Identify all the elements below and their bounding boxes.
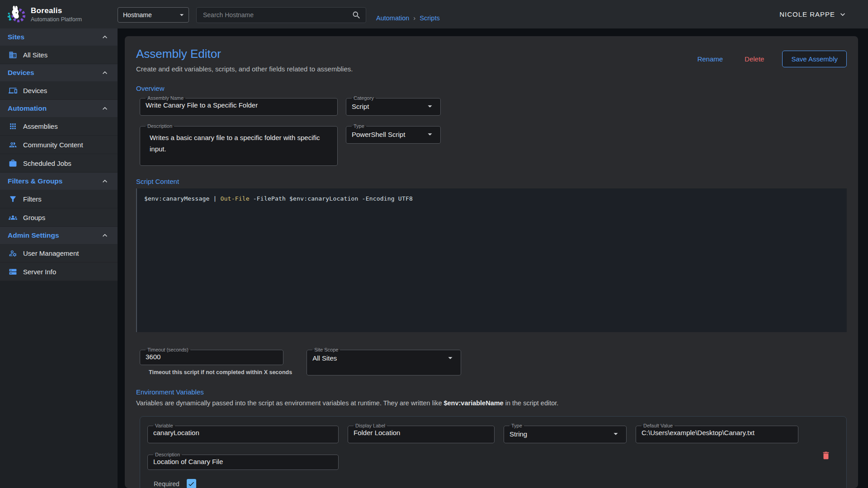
default-value-field[interactable]: Default Value C:\Users\example\Desktop\C… [636, 423, 798, 443]
caret-down-icon [611, 429, 621, 439]
breadcrumb-scripts[interactable]: Scripts [420, 14, 439, 22]
section-label: Filters & Groups [8, 177, 62, 185]
main-content: Assembly Editor Create and edit variable… [118, 28, 868, 488]
required-label: Required [154, 480, 179, 488]
hostname-dropdown[interactable]: Hostname [118, 7, 189, 23]
site-scope-label: Site Scope [312, 347, 340, 352]
sidebar-item-groups[interactable]: Groups [0, 208, 118, 227]
sidebar-item-label: Groups [23, 214, 45, 221]
code-cmdlet: Out-File [221, 195, 250, 202]
description-field[interactable]: Description Writes a basic canary file t… [140, 123, 338, 166]
sidebar-item-filters[interactable]: Filters [0, 190, 118, 208]
sidebar-item-label: Scheduled Jobs [23, 160, 71, 167]
sidebar-item-label: All Sites [23, 51, 47, 59]
caret-down-icon [425, 129, 435, 139]
variable-description-label: Description [153, 452, 182, 457]
timeout-helper-text: Timeout this script if not completed wit… [149, 369, 292, 375]
sidebar-item-label: Server Info [23, 268, 56, 276]
page-title: Assembly Editor [136, 47, 353, 61]
briefcase-icon [9, 159, 17, 168]
brand: Borealis Automation Platform [0, 4, 118, 25]
timeout-value: 3600 [146, 353, 160, 361]
section-label: Automation [8, 104, 47, 113]
sidebar-item-label: Community Content [23, 141, 83, 149]
site-scope-value: All Sites [312, 354, 337, 362]
subtitle-text: Variables are dynamically passed into th… [136, 399, 443, 407]
timeout-field[interactable]: Timeout (seconds) 3600 [140, 347, 283, 365]
sidebar-section-sites[interactable]: Sites [0, 28, 118, 46]
assembly-name-label: Assembly Name [146, 95, 185, 101]
category-select[interactable]: Category Script [346, 95, 441, 116]
rename-button[interactable]: Rename [693, 52, 727, 66]
user-menu[interactable]: NICOLE RAPPE [779, 10, 847, 19]
page-subtitle: Create and edit variables, scripts, and … [136, 65, 353, 73]
display-label-label: Display Label [354, 423, 387, 428]
caret-down-icon [425, 101, 435, 111]
filter-icon [9, 195, 17, 203]
search-input[interactable] [202, 11, 352, 19]
sidebar-item-community-content[interactable]: Community Content [0, 136, 118, 154]
sidebar-item-scheduled-jobs[interactable]: Scheduled Jobs [0, 154, 118, 173]
topbar: Borealis Automation Platform Hostname Au… [0, 0, 868, 28]
variable-description-field[interactable]: Description Location of Canary File [147, 452, 339, 470]
assembly-name-value: Write Canary File to a Specific Folder [146, 101, 258, 109]
required-checkbox[interactable] [187, 479, 196, 488]
display-label-value: Folder Location [354, 429, 400, 436]
variable-value: canaryLocation [153, 429, 199, 436]
site-scope-select[interactable]: Site Scope All Sites [307, 347, 461, 375]
sidebar-item-label: Filters [23, 195, 42, 203]
default-value-label: Default Value [642, 423, 675, 428]
script-content-heading: Script Content [136, 178, 847, 185]
caret-down-icon [177, 10, 186, 19]
server-icon [9, 267, 17, 276]
category-label: Category [352, 95, 376, 101]
category-value: Script [352, 103, 369, 110]
description-value: Writes a basic canary file to a specific… [150, 134, 320, 153]
description-label: Description [146, 123, 174, 129]
delete-button[interactable]: Delete [740, 52, 769, 66]
type-value: PowerShell Script [352, 131, 405, 138]
overview-heading: Overview [136, 84, 847, 92]
sidebar-item-devices[interactable]: Devices [0, 81, 118, 100]
chevron-up-icon [100, 68, 109, 77]
save-assembly-button[interactable]: Save Assembly [782, 51, 847, 67]
section-label: Admin Settings [8, 231, 59, 239]
caret-down-icon [445, 353, 455, 363]
sidebar-item-user-management[interactable]: User Management [0, 244, 118, 263]
sidebar-item-label: User Management [23, 249, 79, 257]
breadcrumb: Automation › Scripts [376, 14, 440, 22]
breadcrumb-automation[interactable]: Automation [376, 14, 409, 22]
sidebar-section-admin-settings[interactable]: Admin Settings [0, 227, 118, 244]
breadcrumb-separator: › [413, 14, 415, 22]
type-label: Type [352, 123, 366, 129]
user-name: NICOLE RAPPE [779, 10, 835, 18]
script-editor[interactable]: $env:canaryMessage | Out-File -FilePath … [136, 188, 847, 332]
building-icon [9, 51, 17, 59]
code-segment: $env:canaryMessage | [144, 195, 221, 202]
variable-type-label: Type [509, 423, 524, 428]
search-bar[interactable] [196, 7, 366, 23]
sidebar-item-assemblies[interactable]: Assemblies [0, 117, 118, 136]
sidebar-item-label: Assemblies [23, 122, 58, 130]
section-label: Sites [8, 33, 24, 41]
environment-variables-subtitle: Variables are dynamically passed into th… [136, 399, 847, 407]
chevron-up-icon [100, 177, 109, 186]
assembly-name-field[interactable]: Assembly Name Write Canary File to a Spe… [140, 95, 338, 116]
header-actions: Rename Delete Save Assembly [693, 51, 847, 67]
sidebar-section-filters-groups[interactable]: Filters & Groups [0, 173, 118, 190]
variable-type-select[interactable]: Type String [504, 423, 627, 443]
subtitle-text: in the script editor. [504, 399, 559, 407]
code-segment: -FilePath $env:canaryLocation -Encoding … [250, 195, 413, 202]
variable-description-value: Location of Canary File [153, 458, 223, 465]
sidebar-item-all-sites[interactable]: All Sites [0, 46, 118, 64]
sidebar-section-automation[interactable]: Automation [0, 100, 118, 117]
display-label-field[interactable]: Display Label Folder Location [348, 423, 495, 443]
user-gear-icon [9, 249, 17, 258]
section-label: Devices [8, 69, 34, 77]
sidebar-item-server-info[interactable]: Server Info [0, 263, 118, 281]
variable-field[interactable]: Variable canaryLocation [147, 423, 339, 443]
type-select[interactable]: Type PowerShell Script [346, 123, 441, 144]
delete-variable-button[interactable] [821, 450, 831, 461]
sidebar-section-devices[interactable]: Devices [0, 64, 118, 81]
chevron-up-icon [100, 231, 109, 240]
